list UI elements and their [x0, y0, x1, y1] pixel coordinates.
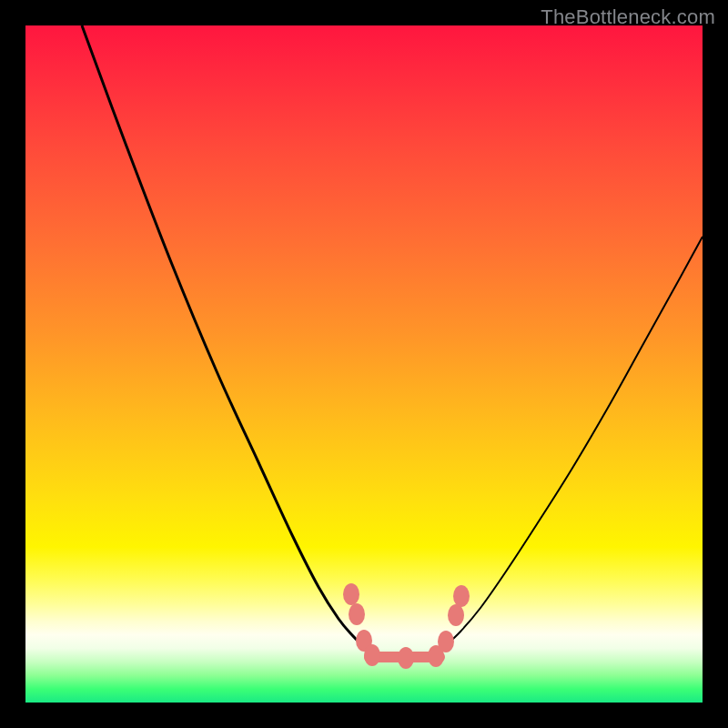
valley-marker — [398, 647, 414, 669]
valley-markers — [343, 583, 470, 669]
valley-marker — [453, 585, 470, 607]
chart-svg — [25, 25, 703, 703]
valley-marker — [438, 631, 454, 652]
valley-marker — [364, 644, 380, 666]
right-curve — [445, 237, 703, 646]
valley-marker — [343, 583, 359, 605]
valley-marker — [349, 603, 365, 625]
watermark: TheBottleneck.com — [541, 5, 715, 29]
left-curve — [82, 25, 364, 647]
valley-marker — [448, 604, 464, 626]
chart-frame: TheBottleneck.com — [0, 0, 728, 728]
